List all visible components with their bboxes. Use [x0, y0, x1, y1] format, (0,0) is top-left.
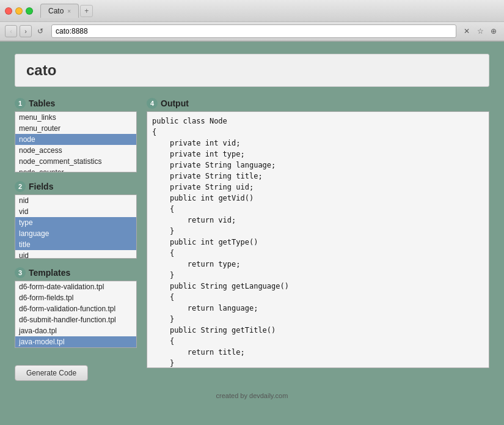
fields-label: Fields — [29, 182, 53, 191]
list-item[interactable]: uid — [15, 250, 136, 259]
tables-listbox[interactable]: menu_linksmenu_routernodenode_accessnode… — [15, 111, 137, 172]
close-button[interactable] — [5, 7, 12, 15]
tables-label: Tables — [29, 98, 55, 108]
templates-number: 3 — [15, 267, 26, 278]
output-label: Output — [161, 98, 189, 108]
traffic-lights — [5, 7, 33, 15]
output-box: public class Node { private int vid; pri… — [147, 111, 489, 368]
tab-close-icon[interactable]: × — [67, 8, 71, 15]
tables-section-header: 1 Tables — [15, 98, 137, 109]
list-item[interactable]: node — [15, 134, 136, 145]
list-item[interactable]: node_access — [15, 145, 136, 156]
list-item[interactable]: menu_links — [15, 112, 136, 123]
tab-title: Cato — [48, 7, 64, 15]
right-panel: 4 Output public class Node { private int… — [147, 98, 489, 381]
templates-label: Templates — [29, 268, 70, 278]
left-panel: 1 Tables menu_linksmenu_routernodenode_a… — [15, 98, 137, 381]
list-item[interactable]: d6-form-fields.tpl — [15, 292, 136, 303]
browser-titlebar: Cato × + — [0, 0, 504, 22]
maximize-button[interactable] — [26, 7, 33, 15]
stop-icon[interactable]: ✕ — [461, 26, 472, 37]
generate-button[interactable]: Generate Code — [15, 365, 88, 381]
back-button[interactable]: ‹ — [5, 25, 17, 37]
list-item[interactable]: vid — [15, 206, 136, 217]
extension-icon[interactable]: ⊕ — [488, 26, 499, 37]
forward-button[interactable]: › — [20, 25, 32, 37]
output-code: public class Node { private int vid; pri… — [152, 116, 484, 368]
main-content: 1 Tables menu_linksmenu_routernodenode_a… — [15, 98, 489, 381]
list-item[interactable]: nid — [15, 195, 136, 206]
refresh-button[interactable]: ↺ — [34, 25, 46, 37]
list-item[interactable]: node_comment_statistics — [15, 156, 136, 167]
page-wrapper: cato 1 Tables menu_linksmenu_routernoden… — [0, 42, 504, 418]
new-tab-button[interactable]: + — [80, 5, 93, 17]
output-number: 4 — [147, 98, 158, 109]
output-section-header: 4 Output — [147, 98, 489, 109]
list-item[interactable]: type — [15, 217, 136, 228]
tables-number: 1 — [15, 98, 26, 109]
list-item[interactable]: menu_router — [15, 123, 136, 134]
list-item[interactable]: title — [15, 239, 136, 250]
list-item[interactable]: d6-form-date-validation.tpl — [15, 281, 136, 292]
fields-listbox[interactable]: nidvidtypelanguagetitleuidstatuscreated — [15, 194, 137, 259]
list-item[interactable]: d6-form-validation-function.tpl — [15, 303, 136, 314]
templates-listbox[interactable]: d6-form-date-validation.tpld6-form-field… — [15, 281, 137, 348]
templates-section-header: 3 Templates — [15, 267, 137, 278]
list-item[interactable]: java-dao.tpl — [15, 325, 136, 336]
list-item[interactable]: language — [15, 228, 136, 239]
list-item[interactable]: d6-submit-handler-function.tpl — [15, 314, 136, 325]
browser-tab-active[interactable]: Cato × — [40, 4, 79, 18]
nav-icons: ✕ ☆ ⊕ — [461, 26, 499, 37]
fields-section-header: 2 Fields — [15, 181, 137, 192]
fields-number: 2 — [15, 181, 26, 192]
address-bar[interactable] — [51, 24, 456, 38]
nav-bar: ‹ › ↺ ✕ ☆ ⊕ — [0, 22, 504, 41]
list-item[interactable]: node_counter — [15, 167, 136, 172]
list-item[interactable]: java-model.tpl — [15, 336, 136, 347]
list-item[interactable]: jsp-view-add.tpl — [15, 347, 136, 348]
page-header: cato — [15, 54, 489, 87]
footer: created by devdaily.com — [15, 392, 489, 405]
footer-text: created by devdaily.com — [216, 392, 288, 399]
minimize-button[interactable] — [15, 7, 23, 15]
bookmark-icon[interactable]: ☆ — [475, 26, 486, 37]
browser-chrome: Cato × + ‹ › ↺ ✕ ☆ ⊕ — [0, 0, 504, 42]
page-title: cato — [26, 62, 56, 78]
